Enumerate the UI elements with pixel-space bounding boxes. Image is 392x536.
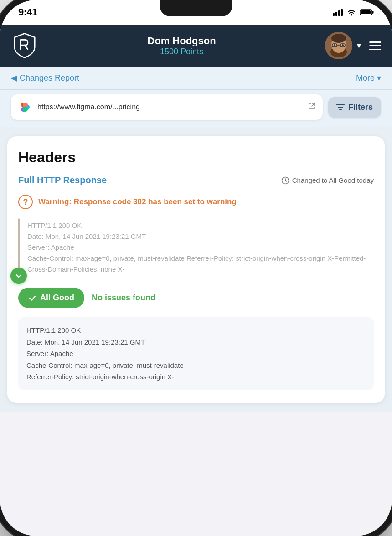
timestamp: Changed to All Good today (281, 176, 374, 185)
section-header: Full HTTP Response Changed to All Good t… (18, 175, 374, 186)
svg-rect-0 (333, 13, 335, 16)
svg-rect-6 (372, 11, 374, 14)
filters-label: Filters (348, 103, 373, 112)
clock-icon (281, 176, 289, 185)
response-text: HTTP/1.1 200 OK Date: Mon, 14 Jun 2021 1… (27, 218, 374, 275)
expand-button[interactable] (10, 268, 27, 284)
svg-rect-3 (341, 9, 343, 16)
svg-point-15 (334, 44, 335, 46)
url-bar-area: https://www.figma.com/...pricing Filters (0, 90, 392, 127)
dropdown-icon[interactable]: ▾ (357, 41, 361, 51)
response-block-2: HTTP/1.1 200 OK Date: Mon, 14 Jun 2021 1… (18, 317, 374, 390)
sub-nav: ◀ Changes Report More ▾ (0, 67, 392, 90)
figma-icon (18, 100, 33, 114)
status-row: All Good No issues found (18, 284, 374, 308)
status-time: 9:41 (18, 6, 37, 18)
user-points: 1500 Points (46, 47, 318, 57)
response-block: HTTP/1.1 200 OK Date: Mon, 14 Jun 2021 1… (18, 218, 374, 275)
card-title: Headers (18, 149, 374, 166)
main-card: Headers Full HTTP Response Changed to Al… (7, 136, 385, 403)
logo-icon (11, 32, 38, 59)
svg-rect-1 (335, 12, 337, 16)
all-good-label: All Good (40, 293, 74, 303)
svg-rect-7 (361, 10, 371, 14)
warning-icon: ? (18, 195, 33, 209)
no-issues-text: No issues found (92, 293, 155, 303)
warning-box: ? Warning: Response code 302 has been se… (18, 193, 374, 211)
more-link[interactable]: More ▾ (356, 73, 381, 83)
svg-point-16 (342, 44, 344, 46)
avatar-area[interactable]: ▾ (325, 32, 381, 59)
url-text: https://www.figma.com/...pricing (37, 103, 304, 111)
wifi-icon (346, 9, 356, 16)
all-good-badge: All Good (18, 288, 84, 308)
filter-icon (336, 103, 345, 111)
timestamp-text: Changed to All Good today (292, 176, 374, 184)
phone-frame: 9:41 (0, 0, 392, 536)
external-link-icon[interactable] (308, 103, 315, 112)
svg-rect-2 (338, 10, 340, 16)
warning-text: Warning: Response code 302 has been set … (38, 196, 237, 207)
status-icons (333, 9, 374, 16)
battery-icon (360, 9, 374, 16)
menu-icon[interactable] (369, 41, 381, 50)
user-info: Dom Hodgson 1500 Points (46, 35, 318, 57)
signal-icon (333, 9, 343, 16)
url-bar[interactable]: https://www.figma.com/...pricing (11, 94, 323, 120)
svg-point-11 (331, 34, 346, 43)
filters-button[interactable]: Filters (328, 97, 381, 118)
avatar[interactable] (325, 32, 352, 59)
svg-point-4 (351, 15, 352, 16)
checkmark-icon (28, 294, 36, 302)
app-header: Dom Hodgson 1500 Points (0, 25, 392, 67)
status-bar: 9:41 (0, 0, 392, 25)
back-link[interactable]: ◀ Changes Report (11, 73, 79, 83)
response-text-2: HTTP/1.1 200 OK Date: Mon, 14 Jun 2021 1… (26, 325, 366, 383)
user-name: Dom Hodgson (46, 35, 318, 47)
section-title: Full HTTP Response (18, 175, 107, 186)
notch (160, 0, 232, 16)
main-content: Headers Full HTTP Response Changed to Al… (0, 127, 392, 412)
